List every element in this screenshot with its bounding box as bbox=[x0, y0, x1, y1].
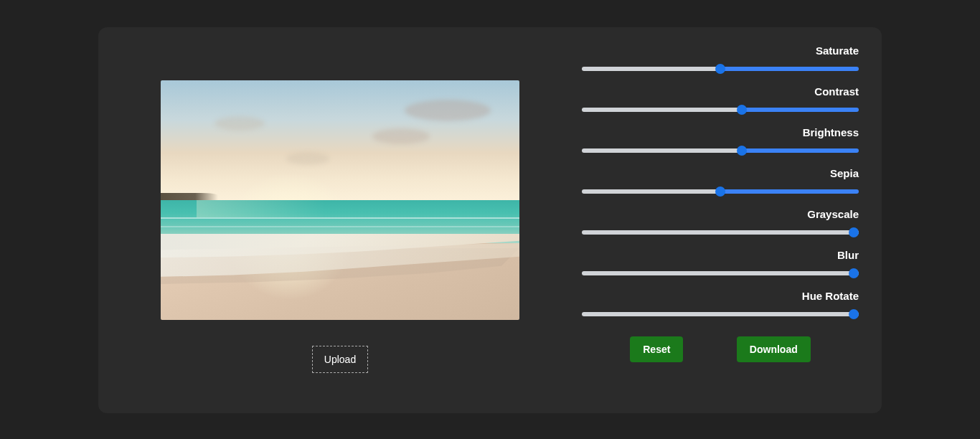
slider-group-blur: Blur bbox=[582, 249, 859, 284]
saturate-slider[interactable] bbox=[582, 67, 859, 71]
slider-group-brightness: Brightness bbox=[582, 126, 859, 161]
slider-label: Hue Rotate bbox=[802, 290, 859, 302]
slider-label: Blur bbox=[837, 249, 859, 261]
slider-group-saturate: Saturate bbox=[582, 44, 859, 80]
preview-section: Upload bbox=[110, 42, 570, 399]
editor-panel: Upload Saturate Contrast Brightness Sepi… bbox=[98, 27, 882, 413]
slider-group-hue-rotate: Hue Rotate bbox=[582, 290, 859, 325]
brightness-slider[interactable] bbox=[582, 148, 859, 153]
slider-label: Contrast bbox=[814, 85, 859, 98]
preview-image bbox=[161, 80, 519, 320]
slider-label: Brightness bbox=[803, 126, 859, 138]
slider-label: Sepia bbox=[830, 167, 859, 179]
upload-button[interactable]: Upload bbox=[312, 346, 368, 373]
slider-label: Grayscale bbox=[807, 208, 859, 220]
controls-section: Saturate Contrast Brightness Sepia Grays… bbox=[570, 42, 870, 399]
slider-label: Saturate bbox=[816, 44, 859, 57]
reset-button[interactable]: Reset bbox=[630, 336, 683, 362]
slider-group-sepia: Sepia bbox=[582, 167, 859, 202]
contrast-slider[interactable] bbox=[582, 108, 859, 112]
grayscale-slider[interactable] bbox=[582, 230, 859, 235]
sepia-slider[interactable] bbox=[582, 189, 859, 194]
hue-rotate-slider[interactable] bbox=[582, 312, 859, 316]
blur-slider[interactable] bbox=[582, 271, 859, 275]
slider-group-contrast: Contrast bbox=[582, 85, 859, 121]
slider-group-grayscale: Grayscale bbox=[582, 208, 859, 243]
download-button[interactable]: Download bbox=[737, 336, 811, 362]
action-buttons: Reset Download bbox=[582, 336, 859, 362]
